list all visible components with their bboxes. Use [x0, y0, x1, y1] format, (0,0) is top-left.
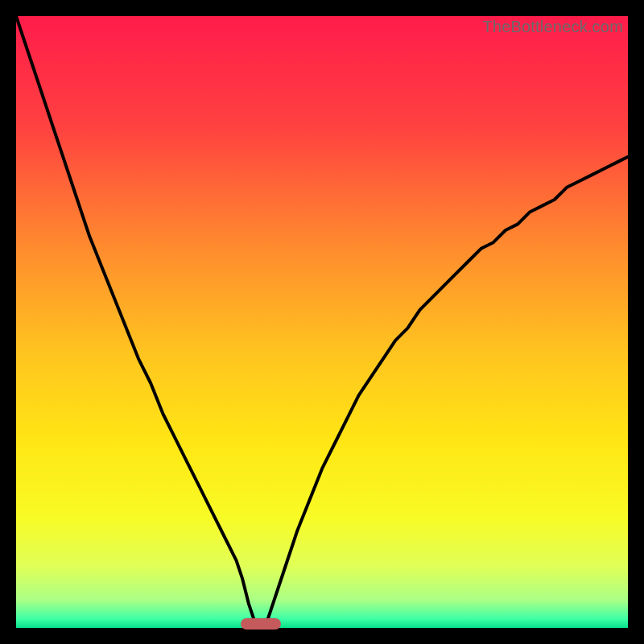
- bottleneck-chart: [16, 16, 628, 628]
- outer-black-frame: TheBottleneck.com: [16, 16, 628, 628]
- gradient-background: [16, 16, 628, 628]
- optimal-range-marker: [241, 618, 280, 630]
- watermark-text: TheBottleneck.com: [482, 18, 623, 36]
